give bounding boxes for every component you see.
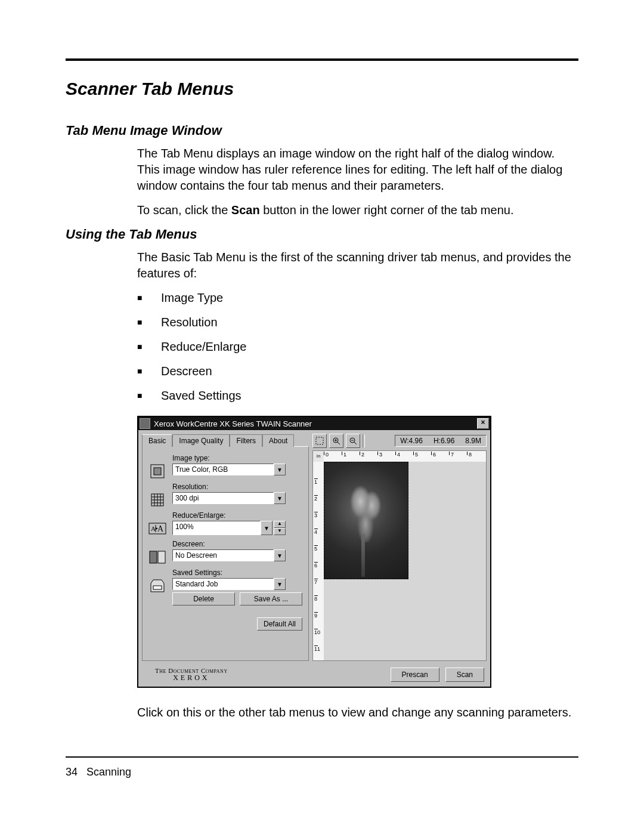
svg-line-19 [338, 442, 340, 444]
saved-settings-select[interactable]: Standard Job [172, 578, 274, 590]
svg-rect-14 [150, 551, 157, 563]
tick: 7 [314, 579, 318, 585]
text-bold: Scan [231, 203, 260, 217]
zoom-out-icon[interactable] [346, 434, 360, 448]
svg-rect-15 [158, 551, 165, 563]
svg-rect-1 [154, 468, 161, 475]
list-item: Reduce/Enlarge [137, 339, 578, 355]
spin-up-icon[interactable]: ▲ [274, 521, 286, 528]
ruler-unit: In [313, 451, 324, 462]
reduce-enlarge-icon: AA [148, 520, 166, 537]
tick: 3 [377, 452, 382, 455]
page-number: 34 [66, 766, 78, 778]
tick: 9 [314, 612, 318, 619]
svg-rect-16 [153, 586, 162, 589]
status-size: 8.9M [465, 437, 481, 445]
scanner-dialog: Xerox WorkCentre XK Series TWAIN Scanner… [137, 416, 491, 688]
top-rule [66, 58, 578, 61]
descreen-select[interactable]: No Descreen [172, 549, 274, 561]
tab-panel-basic: Image type: True Color, RGB ▼ Reso [142, 446, 309, 661]
spin-down-icon[interactable]: ▼ [274, 528, 286, 535]
tick: 1 [314, 478, 318, 485]
selection-tool-icon[interactable] [312, 434, 327, 448]
descreen-icon [148, 548, 166, 566]
ruler-vertical: 1 2 3 4 5 6 7 8 9 10 11 [313, 462, 324, 660]
tab-about[interactable]: About [262, 434, 294, 447]
svg-line-23 [354, 442, 357, 444]
paragraph: The Tab Menu displays an image window on… [137, 146, 578, 194]
text: To scan, click the [137, 203, 231, 217]
list-item: Image Type [137, 290, 578, 306]
image-type-label: Image type: [172, 454, 302, 462]
list-item: Descreen [137, 363, 578, 379]
default-all-button[interactable]: Default All [257, 617, 302, 631]
status-bar: W:4.96 H:6.96 8.9M [395, 435, 487, 447]
chevron-down-icon[interactable]: ▼ [274, 492, 286, 504]
tick: 11 [314, 645, 318, 652]
list-item: Saved Settings [137, 388, 578, 404]
tick: 5 [413, 452, 418, 455]
descreen-label: Descreen: [172, 540, 302, 548]
resolution-select[interactable]: 300 dpi [172, 492, 274, 504]
tick: 7 [449, 452, 454, 455]
chevron-down-icon[interactable]: ▼ [274, 578, 286, 590]
image-type-select[interactable]: True Color, RGB [172, 464, 274, 475]
tick: 6 [431, 452, 436, 455]
scan-button[interactable]: Scan [445, 668, 484, 682]
feature-list: Image Type Resolution Reduce/Enlarge Des… [137, 290, 578, 404]
chevron-down-icon[interactable]: ▼ [261, 521, 273, 535]
tick: 0 [324, 452, 329, 455]
titlebar: Xerox WorkCentre XK Series TWAIN Scanner… [138, 417, 490, 430]
tab-filters[interactable]: Filters [230, 434, 262, 447]
reduce-enlarge-select[interactable]: 100% [172, 521, 261, 535]
tabs: Basic Image Quality Filters About [142, 434, 309, 446]
preview-image [340, 477, 391, 542]
zoom-in-icon[interactable] [329, 434, 343, 448]
heading-using-tab-menus: Using the Tab Menus [66, 227, 578, 242]
status-width: W:4.96 [400, 437, 423, 445]
tab-basic[interactable]: Basic [142, 434, 172, 447]
svg-text:A: A [157, 524, 164, 533]
prescan-button[interactable]: Prescan [391, 668, 439, 682]
heading-scanner-tab-menus: Scanner Tab Menus [66, 79, 578, 99]
saved-settings-icon [148, 577, 166, 595]
svg-rect-17 [316, 437, 323, 444]
app-icon [140, 418, 150, 429]
selection-marquee[interactable] [324, 462, 408, 579]
saved-settings-label: Saved Settings: [172, 569, 302, 577]
reduce-enlarge-label: Reduce/Enlarge: [172, 511, 302, 520]
image-type-icon [148, 462, 166, 480]
page-footer: 34 Scanning [66, 766, 578, 778]
paragraph: Click on this or the other tab menus to … [137, 705, 578, 721]
text: button in the lower right corner of the … [260, 203, 514, 217]
preview-canvas[interactable] [324, 462, 486, 660]
tick: 8 [314, 595, 318, 602]
resolution-label: Resolution: [172, 483, 302, 491]
bottom-rule [66, 756, 578, 758]
paragraph: To scan, click the Scan button in the lo… [137, 202, 578, 218]
tab-image-quality[interactable]: Image Quality [172, 434, 230, 447]
tick: 2 [314, 495, 318, 502]
chevron-down-icon[interactable]: ▼ [274, 549, 286, 561]
separator [363, 434, 365, 447]
tick: 4 [395, 452, 400, 455]
tick: 10 [314, 629, 318, 635]
chevron-down-icon[interactable]: ▼ [274, 464, 286, 475]
brand-line2: XEROX [155, 674, 228, 682]
xerox-brand: The Document Company XEROX [155, 667, 228, 682]
window-title: Xerox WorkCentre XK Series TWAIN Scanner [154, 419, 477, 428]
preview-area[interactable]: In 0 1 2 3 4 5 6 7 8 1 2 [312, 450, 487, 661]
delete-button[interactable]: Delete [172, 592, 235, 605]
tick: 5 [314, 545, 318, 552]
tick: 4 [314, 529, 318, 535]
footer-label: Scanning [86, 766, 131, 778]
svg-text:A: A [151, 525, 156, 532]
preview-image-stem [361, 534, 365, 577]
tick: 3 [314, 512, 318, 518]
reduce-enlarge-spinner[interactable]: ▲ ▼ [274, 521, 286, 535]
list-item: Resolution [137, 314, 578, 330]
close-button[interactable]: × [477, 418, 489, 429]
tick: 8 [467, 452, 472, 455]
ruler-horizontal: 0 1 2 3 4 5 6 7 8 [324, 451, 486, 462]
save-as-button[interactable]: Save As ... [240, 592, 302, 605]
